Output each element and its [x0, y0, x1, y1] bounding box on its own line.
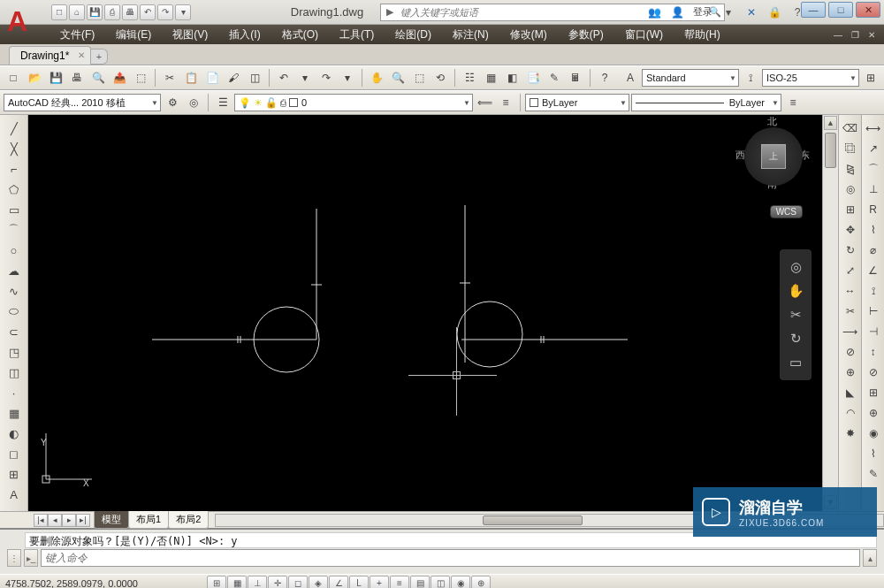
color-dropdown[interactable]: ByLayer: [525, 94, 629, 111]
doc-close-button[interactable]: ✕: [865, 28, 879, 41]
polyline-button[interactable]: ⌐: [4, 159, 25, 179]
cmdline-expand-button[interactable]: ▴: [863, 549, 877, 567]
viewcube[interactable]: 北 南 东 西 上: [741, 118, 806, 200]
line-button[interactable]: ╱: [4, 118, 25, 138]
hscroll-thumb[interactable]: [483, 515, 583, 525]
gradient-button[interactable]: ◐: [4, 424, 25, 443]
qat-saveas-button[interactable]: ⎙: [104, 4, 120, 20]
hatch-button[interactable]: ▦: [4, 403, 25, 423]
table-button[interactable]: ⊞: [4, 464, 25, 484]
redo-button[interactable]: ↷: [316, 68, 336, 88]
ellipsearc-button[interactable]: ⊂: [4, 322, 25, 341]
nav-pan-icon[interactable]: ✋: [788, 283, 804, 299]
spline-button[interactable]: ∿: [4, 281, 25, 301]
layout-prev-button[interactable]: ◂: [48, 514, 62, 527]
dimstyle-dropdown[interactable]: ISO-25: [762, 69, 859, 87]
array-button[interactable]: ⊞: [841, 200, 860, 219]
tablestyle-button[interactable]: ⊞: [861, 68, 880, 88]
chamfer-button[interactable]: ◣: [841, 383, 860, 402]
exchange-icon[interactable]: ✕: [744, 5, 758, 19]
status-grid-button[interactable]: ▦: [227, 576, 247, 588]
paste-button[interactable]: 📄: [202, 68, 222, 88]
open-button[interactable]: 📂: [25, 68, 44, 88]
mtext-button[interactable]: A: [4, 485, 25, 504]
command-input[interactable]: [41, 549, 860, 567]
status-osnap-button[interactable]: ◻: [288, 576, 308, 588]
rotate-button[interactable]: ↻: [841, 241, 860, 260]
layer-previous-button[interactable]: ⟸: [475, 93, 494, 112]
blockeditor-button[interactable]: ◫: [245, 68, 264, 88]
menu-edit[interactable]: 编辑(E): [105, 25, 162, 45]
publish-button[interactable]: 📤: [110, 68, 129, 88]
status-3dosnap-button[interactable]: ◈: [309, 576, 328, 588]
makeblock-button[interactable]: ◫: [4, 363, 25, 382]
dimaligned-button[interactable]: ↗: [864, 139, 883, 158]
pan-button[interactable]: ✋: [367, 68, 386, 88]
file-tab-new-button[interactable]: +: [90, 49, 108, 65]
cut-button[interactable]: ✂: [160, 68, 179, 88]
file-tab-drawing1[interactable]: Drawing1* ✕: [9, 46, 91, 65]
properties-button[interactable]: ☷: [460, 68, 479, 88]
layout-tab-layout2[interactable]: 布局2: [168, 511, 209, 529]
close-button[interactable]: ✕: [856, 2, 880, 18]
drawing-canvas[interactable]: 北 南 东 西 上 WCS ◎ ✋ ✂ ↻ ▭ Y X: [28, 115, 822, 511]
status-snap-button[interactable]: ⊞: [207, 576, 226, 588]
coordinate-display[interactable]: 4758.7502, 2589.0979, 0.0000: [5, 578, 200, 589]
status-sc-button[interactable]: ◉: [451, 576, 470, 588]
menu-modify[interactable]: 修改(M): [499, 25, 558, 45]
viewcube-north[interactable]: 北: [767, 115, 777, 128]
workspace-dropdown[interactable]: AutoCAD 经典... 2010 移植: [4, 94, 161, 111]
menu-format[interactable]: 格式(O): [271, 25, 329, 45]
doc-minimize-button[interactable]: —: [831, 28, 845, 41]
plot-button[interactable]: 🖶: [67, 68, 87, 88]
signin-icon[interactable]: 👤: [670, 5, 684, 19]
undo-drop-button[interactable]: ▾: [295, 68, 315, 88]
markup-button[interactable]: ✎: [545, 68, 564, 88]
tolerance-button[interactable]: ⊞: [864, 383, 883, 402]
layer-manager-button[interactable]: ☰: [213, 93, 232, 112]
ellipse-button[interactable]: ⬭: [4, 302, 25, 321]
qdim-button[interactable]: ⟟: [864, 281, 883, 301]
xline-button[interactable]: ╳: [4, 139, 25, 158]
status-otrack-button[interactable]: ∠: [329, 576, 348, 588]
explode-button[interactable]: ✸: [841, 424, 860, 443]
toolpalettes-button[interactable]: ◧: [502, 68, 522, 88]
menu-file[interactable]: 文件(F): [50, 25, 105, 45]
status-lwt-button[interactable]: ≡: [390, 576, 409, 588]
fillet-button[interactable]: ◠: [841, 403, 860, 423]
polygon-button[interactable]: ⬠: [4, 179, 25, 199]
qat-more-button[interactable]: ▾: [175, 4, 191, 20]
infocenter-icon[interactable]: 👥: [647, 5, 661, 19]
redo-drop-button[interactable]: ▾: [338, 68, 357, 88]
new-button[interactable]: □: [4, 68, 23, 88]
layout-first-button[interactable]: |◂: [34, 514, 48, 527]
zoom-rt-button[interactable]: 🔍: [388, 68, 408, 88]
status-am-button[interactable]: ⊕: [471, 576, 491, 588]
workspace-list-button[interactable]: ◎: [184, 93, 203, 112]
scale-button[interactable]: ⤢: [841, 261, 860, 280]
break-button[interactable]: ⊘: [841, 342, 860, 362]
insertblock-button[interactable]: ◳: [4, 342, 25, 362]
dimdiameter-button[interactable]: ⌀: [864, 241, 883, 260]
menu-draw[interactable]: 绘图(D): [385, 25, 442, 45]
cmdline-handle-icon[interactable]: ⋮: [7, 549, 21, 567]
offset-button[interactable]: ◎: [841, 179, 860, 199]
status-polar-button[interactable]: ✛: [268, 576, 287, 588]
revcloud-button[interactable]: ☁: [4, 261, 25, 280]
dimcontinue-button[interactable]: ⊣: [864, 322, 883, 341]
matchprop-button[interactable]: 🖌: [224, 68, 243, 88]
3dprint-button[interactable]: ⬚: [131, 68, 150, 88]
qat-undo-button[interactable]: ↶: [140, 4, 156, 20]
stayconnected-icon[interactable]: 🔒: [767, 5, 781, 19]
erase-button[interactable]: ⌫: [841, 118, 860, 138]
signin-dropdown-icon[interactable]: ▾: [721, 5, 735, 19]
layout-last-button[interactable]: ▸|: [76, 514, 90, 527]
menu-window[interactable]: 窗口(W): [614, 25, 674, 45]
dimarc-button[interactable]: ⌒: [864, 159, 883, 179]
qat-print-button[interactable]: 🖶: [122, 4, 138, 20]
layout-next-button[interactable]: ▸: [62, 514, 76, 527]
dimstyle-icon[interactable]: ⟟: [741, 68, 760, 88]
trim-button[interactable]: ✂: [841, 302, 860, 321]
layout-tab-layout1[interactable]: 布局1: [128, 511, 169, 529]
copy-obj-button[interactable]: ⿻: [841, 139, 860, 158]
